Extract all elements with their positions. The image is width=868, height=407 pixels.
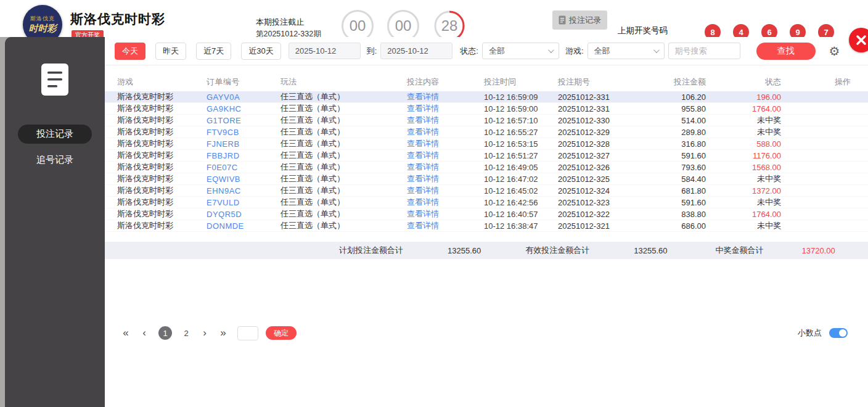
prev-page-icon[interactable]: ‹ <box>140 327 149 339</box>
next-page-icon[interactable]: › <box>200 327 209 339</box>
cell-game: 斯洛伐克时时彩 <box>105 220 207 231</box>
view-detail-link[interactable]: 查看详情 <box>407 91 484 102</box>
status-label: 状态: <box>460 46 478 57</box>
sidebar-item-bet-records[interactable]: 投注记录 <box>18 125 92 144</box>
cell-game: 斯洛伐克时时彩 <box>105 150 207 161</box>
sidebar-item-chase-records[interactable]: 追号记录 <box>18 152 92 167</box>
page-number-1[interactable]: 1 <box>158 326 172 340</box>
order-number-link[interactable]: DYQR5D <box>207 210 280 219</box>
valid-total-value: 13255.60 <box>634 246 667 255</box>
cell-bet-period: 20251012-327 <box>558 151 653 160</box>
decimal-toggle[interactable] <box>829 328 848 338</box>
summary-bar: 计划投注金额合计 13255.60 有效投注金额合计 13255.60 中奖金额… <box>105 242 868 259</box>
cell-bet-time: 10-12 16:59:00 <box>484 104 558 113</box>
table-row: 斯洛伐克时时彩E7VULD任三直选（单式）查看详情10-12 16:42:562… <box>105 197 868 208</box>
cell-bet-time: 10-12 16:47:02 <box>484 175 558 184</box>
view-detail-link[interactable]: 查看详情 <box>407 150 484 161</box>
page-jump-input[interactable] <box>237 326 258 340</box>
col-action: 操作 <box>781 76 868 88</box>
logo-text-bottom: 时时彩 <box>29 23 57 35</box>
filter-today-button[interactable]: 今天 <box>115 43 145 60</box>
document-icon <box>559 15 566 25</box>
cell-bet-period: 20251012-324 <box>558 186 653 195</box>
table-row: 斯洛伐克时时彩G1TORE任三直选（单式）查看详情10-12 16:57:102… <box>105 115 868 126</box>
filter-30days-button[interactable]: 近30天 <box>241 43 280 60</box>
sidebar-item-label: 投注记录 <box>36 128 73 140</box>
win-total-value: 13720.00 <box>801 246 835 255</box>
filter-7days-button[interactable]: 近7天 <box>196 43 231 60</box>
bet-records-modal: 投注记录 追号记录 今天 昨天 近7天 近30天 到: 状态: 全部 游戏: 全… <box>5 37 868 407</box>
cell-bet-period: 20251012-326 <box>558 163 653 172</box>
view-detail-link[interactable]: 查看详情 <box>407 115 484 126</box>
deadline-label: 本期投注截止 <box>256 17 304 28</box>
bet-record-button[interactable]: 投注记录 <box>552 10 607 30</box>
period-search-input[interactable] <box>668 43 740 59</box>
view-detail-link[interactable]: 查看详情 <box>407 208 484 220</box>
col-amount: 投注金额 <box>653 76 706 88</box>
order-number-link[interactable]: FBBJRD <box>207 151 280 160</box>
search-button[interactable]: 查找 <box>756 43 816 60</box>
view-detail-link[interactable]: 查看详情 <box>407 103 484 114</box>
cell-bet-amount: 681.80 <box>653 186 706 195</box>
col-status: 状态 <box>706 76 781 88</box>
first-page-icon[interactable]: « <box>121 327 130 339</box>
order-number-link[interactable]: DONMDE <box>207 221 280 231</box>
cell-bet-time: 10-12 16:45:02 <box>484 186 558 195</box>
decimal-switch-group: 小数点 <box>798 327 868 339</box>
date-from-input[interactable] <box>289 43 361 59</box>
cell-bet-time: 10-12 16:40:57 <box>484 210 558 219</box>
date-to-input[interactable] <box>380 43 452 59</box>
pagination-bar: « ‹ 1 2 › » 确定 小数点 <box>105 259 868 407</box>
cell-status: 未中奖 <box>706 173 781 184</box>
cell-game: 斯洛伐克时时彩 <box>105 138 207 149</box>
order-number-link[interactable]: F0E07C <box>207 163 280 172</box>
confirm-page-button[interactable]: 确定 <box>266 326 297 340</box>
cell-bet-amount: 838.80 <box>653 210 706 219</box>
cell-bet-amount: 316.80 <box>653 139 706 149</box>
game-select-value: 全部 <box>594 46 610 57</box>
view-detail-link[interactable]: 查看详情 <box>407 197 484 208</box>
last-page-icon[interactable]: » <box>219 327 227 339</box>
order-number-link[interactable]: G1TORE <box>207 116 280 125</box>
order-number-link[interactable]: GAYV0A <box>207 92 280 102</box>
table-row: 斯洛伐克时时彩DONMDE任三直选（单式）查看详情10-12 16:38:472… <box>105 220 868 232</box>
view-detail-link[interactable]: 查看详情 <box>407 185 484 196</box>
view-detail-link[interactable]: 查看详情 <box>407 162 484 173</box>
table-header: 游戏 订单编号 玩法 投注内容 投注时间 投注期号 投注金额 状态 操作 <box>105 73 868 91</box>
cell-status: 1568.00 <box>706 163 781 172</box>
cell-game: 斯洛伐克时时彩 <box>105 162 207 173</box>
cell-status: 1372.00 <box>706 186 781 195</box>
game-select[interactable]: 全部 <box>588 43 665 59</box>
cell-bet-amount: 793.60 <box>653 163 706 172</box>
cell-play-type: 任三直选（单式） <box>280 220 407 231</box>
view-detail-link[interactable]: 查看详情 <box>407 138 484 149</box>
cell-bet-time: 10-12 16:38:47 <box>484 221 558 231</box>
filter-bar: 今天 昨天 近7天 近30天 到: 状态: 全部 游戏: 全部 查找 ⚙ <box>105 37 868 65</box>
page-number-2[interactable]: 2 <box>179 326 193 340</box>
order-number-link[interactable]: EQWIVB <box>207 175 280 184</box>
order-number-link[interactable]: FTV9CB <box>207 128 280 137</box>
order-number-link[interactable]: FJNERB <box>207 139 280 149</box>
cell-bet-amount: 955.80 <box>653 104 706 113</box>
order-number-link[interactable]: EHN9AC <box>207 186 280 195</box>
cell-bet-period: 20251012-331 <box>558 92 653 102</box>
view-detail-link[interactable]: 查看详情 <box>407 173 484 184</box>
cell-game: 斯洛伐克时时彩 <box>105 115 207 126</box>
view-detail-link[interactable]: 查看详情 <box>407 126 484 138</box>
modal-content: 今天 昨天 近7天 近30天 到: 状态: 全部 游戏: 全部 查找 ⚙ 游戏 … <box>105 37 868 407</box>
col-period: 投注期号 <box>558 76 653 88</box>
col-time: 投注时间 <box>484 76 558 88</box>
order-number-link[interactable]: E7VULD <box>207 198 280 207</box>
cell-bet-period: 20251012-330 <box>558 116 653 125</box>
date-to-label: 到: <box>367 46 377 57</box>
countdown-seconds-value: 28 <box>441 17 458 35</box>
gear-icon[interactable]: ⚙ <box>829 45 840 57</box>
view-detail-link[interactable]: 查看详情 <box>407 220 484 231</box>
status-select[interactable]: 全部 <box>482 43 559 59</box>
filter-yesterday-button[interactable]: 昨天 <box>155 43 186 60</box>
cell-status: 未中奖 <box>706 126 781 138</box>
cell-play-type: 任三直选（单式） <box>280 162 407 173</box>
cell-game: 斯洛伐克时时彩 <box>105 208 207 220</box>
order-number-link[interactable]: GA9KHC <box>207 104 280 113</box>
cell-play-type: 任三直选（单式） <box>280 150 407 161</box>
